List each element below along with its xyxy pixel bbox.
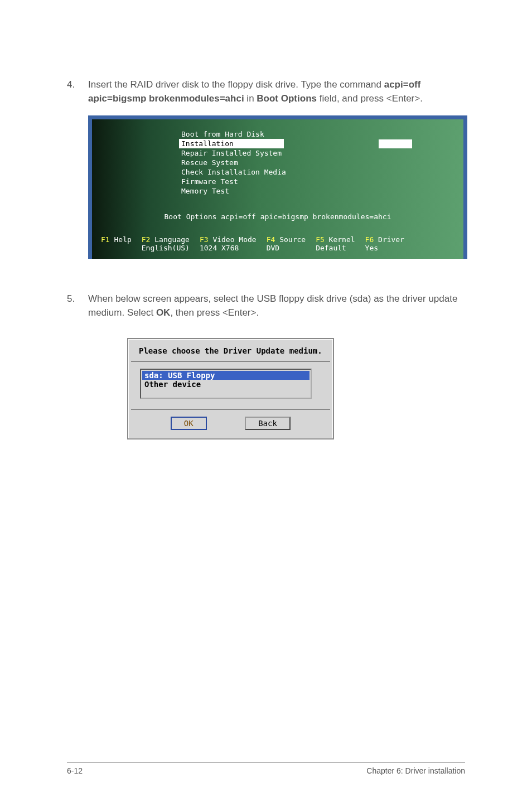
dialog-back-button: Back — [245, 417, 291, 430]
dialog-ok-button: OK — [171, 417, 207, 430]
fkey-label: Driver — [378, 235, 404, 244]
dialog-device-list: sda: USB Floppy Other device — [140, 369, 312, 399]
step4-text: Insert the RAID driver disk to the flopp… — [88, 78, 465, 105]
step5-ok: OK — [156, 307, 171, 318]
page-footer: 6-12 Chapter 6: Driver installation — [67, 762, 465, 775]
fkey-label: Video Mode — [212, 235, 256, 244]
fkey-f3: F3 Video Mode1024 X768 — [200, 235, 257, 252]
dialog-item-selected: sda: USB Floppy — [142, 371, 309, 380]
boot-menu-item: Memory Test — [179, 186, 454, 196]
boot-menu-item: Repair Installed System — [179, 148, 454, 158]
boot-menu-item-selected: Installation — [179, 139, 284, 148]
fkey-bar: F1 Help F2 LanguageEnglish(US) F3 Video … — [101, 235, 454, 253]
fkey-key: F1 — [101, 235, 110, 244]
boot-menu-list: Boot from Hard Disk Installation Repair … — [179, 129, 454, 196]
step5-number: 5. — [67, 292, 88, 320]
fkey-sub: Default — [316, 244, 355, 252]
driver-update-dialog: Please choose the Driver Update medium. … — [127, 338, 334, 439]
fkey-label: Language — [154, 235, 190, 244]
dialog-button-row: OK Back — [131, 409, 330, 436]
step4-number: 4. — [67, 78, 88, 105]
dialog-title: Please choose the Driver Update medium. — [131, 342, 330, 362]
fkey-sub: DVD — [267, 244, 306, 252]
step4-mid: in — [244, 93, 257, 104]
fkey-label: Source — [279, 235, 306, 244]
fkey-key: F3 — [200, 235, 209, 244]
boot-menu-item: Rescue System — [179, 158, 454, 167]
fkey-label: Kernel — [329, 235, 355, 244]
boot-screen: Boot from Hard Disk Installation Repair … — [88, 115, 467, 259]
fkey-sub: Yes — [365, 244, 404, 252]
step5-text: When below screen appears, select the US… — [88, 292, 465, 320]
fkey-label: Help — [114, 235, 131, 244]
boot-menu-item: Boot from Hard Disk — [179, 129, 454, 139]
step5-pre: When below screen appears, select the US… — [88, 293, 457, 318]
step5-instruction: 5. When below screen appears, select the… — [67, 292, 465, 320]
fkey-key: F6 — [365, 235, 374, 244]
fkey-f5: F5 KernelDefault — [316, 235, 355, 252]
step4-instruction: 4. Insert the RAID driver disk to the fl… — [67, 78, 465, 105]
fkey-sub: 1024 X768 — [200, 244, 257, 252]
fkey-f4: F4 SourceDVD — [267, 235, 306, 252]
fkey-f2: F2 LanguageEnglish(US) — [142, 235, 190, 252]
fkey-key: F4 — [267, 235, 275, 244]
boot-highlight-box — [379, 139, 412, 148]
fkey-f6: F6 DriverYes — [365, 235, 404, 252]
fkey-key: F2 — [142, 235, 151, 244]
boot-menu-item: Firmware Test — [179, 177, 454, 186]
boot-options-line: Boot Options acpi=off apic=bigsmp broken… — [101, 212, 454, 221]
step4-field: Boot Options — [257, 93, 317, 104]
dialog-item: Other device — [142, 380, 309, 389]
step5-post: , then press <Enter>. — [170, 307, 259, 318]
footer-chapter: Chapter 6: Driver installation — [366, 766, 465, 775]
fkey-key: F5 — [316, 235, 325, 244]
footer-page-number: 6-12 — [67, 766, 83, 775]
fkey-sub: English(US) — [142, 244, 190, 252]
boot-menu-item: Check Installation Media — [179, 167, 454, 177]
step4-pre: Insert the RAID driver disk to the flopp… — [88, 79, 384, 90]
step4-post: field, and press <Enter>. — [317, 93, 423, 104]
fkey-f1: F1 Help — [101, 235, 132, 252]
